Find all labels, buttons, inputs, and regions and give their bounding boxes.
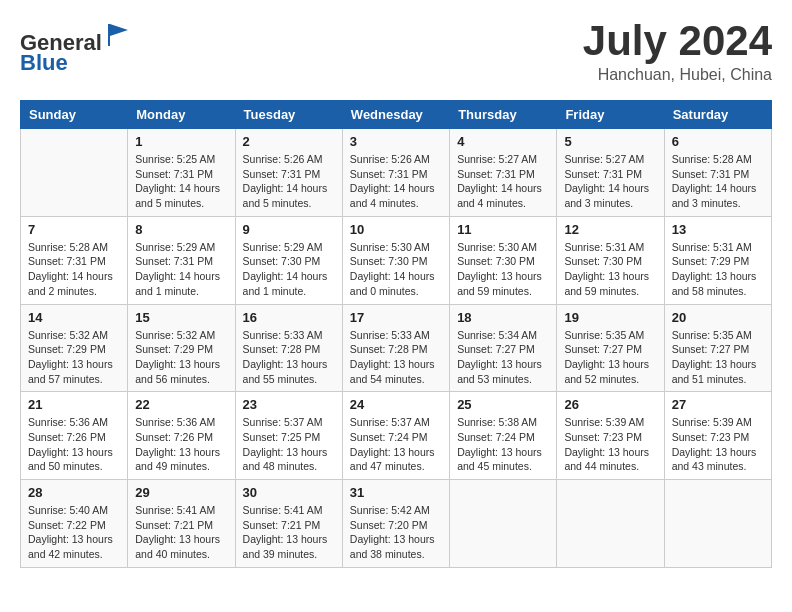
col-header-friday: Friday xyxy=(557,101,664,129)
calendar-cell: 13Sunrise: 5:31 AMSunset: 7:29 PMDayligh… xyxy=(664,216,771,304)
day-info: Sunrise: 5:35 AMSunset: 7:27 PMDaylight:… xyxy=(672,328,764,387)
location-text: Hanchuan, Hubei, China xyxy=(583,66,772,84)
day-info: Sunrise: 5:36 AMSunset: 7:26 PMDaylight:… xyxy=(28,415,120,474)
calendar-cell: 5Sunrise: 5:27 AMSunset: 7:31 PMDaylight… xyxy=(557,129,664,217)
day-number: 3 xyxy=(350,134,442,149)
day-info: Sunrise: 5:26 AMSunset: 7:31 PMDaylight:… xyxy=(350,152,442,211)
calendar-cell xyxy=(450,480,557,568)
calendar-cell: 28Sunrise: 5:40 AMSunset: 7:22 PMDayligh… xyxy=(21,480,128,568)
month-title: July 2024 xyxy=(583,20,772,62)
day-number: 19 xyxy=(564,310,656,325)
day-number: 1 xyxy=(135,134,227,149)
day-number: 9 xyxy=(243,222,335,237)
day-info: Sunrise: 5:29 AMSunset: 7:30 PMDaylight:… xyxy=(243,240,335,299)
calendar-cell: 11Sunrise: 5:30 AMSunset: 7:30 PMDayligh… xyxy=(450,216,557,304)
calendar-cell: 9Sunrise: 5:29 AMSunset: 7:30 PMDaylight… xyxy=(235,216,342,304)
calendar-cell: 7Sunrise: 5:28 AMSunset: 7:31 PMDaylight… xyxy=(21,216,128,304)
day-number: 14 xyxy=(28,310,120,325)
calendar-cell: 24Sunrise: 5:37 AMSunset: 7:24 PMDayligh… xyxy=(342,392,449,480)
calendar-cell: 31Sunrise: 5:42 AMSunset: 7:20 PMDayligh… xyxy=(342,480,449,568)
calendar-cell: 3Sunrise: 5:26 AMSunset: 7:31 PMDaylight… xyxy=(342,129,449,217)
day-number: 29 xyxy=(135,485,227,500)
calendar-cell: 6Sunrise: 5:28 AMSunset: 7:31 PMDaylight… xyxy=(664,129,771,217)
day-info: Sunrise: 5:26 AMSunset: 7:31 PMDaylight:… xyxy=(243,152,335,211)
day-number: 31 xyxy=(350,485,442,500)
calendar-cell: 10Sunrise: 5:30 AMSunset: 7:30 PMDayligh… xyxy=(342,216,449,304)
day-info: Sunrise: 5:31 AMSunset: 7:29 PMDaylight:… xyxy=(672,240,764,299)
day-info: Sunrise: 5:34 AMSunset: 7:27 PMDaylight:… xyxy=(457,328,549,387)
day-number: 17 xyxy=(350,310,442,325)
calendar-table: SundayMondayTuesdayWednesdayThursdayFrid… xyxy=(20,100,772,568)
day-info: Sunrise: 5:27 AMSunset: 7:31 PMDaylight:… xyxy=(564,152,656,211)
day-info: Sunrise: 5:33 AMSunset: 7:28 PMDaylight:… xyxy=(243,328,335,387)
calendar-cell xyxy=(557,480,664,568)
calendar-cell: 22Sunrise: 5:36 AMSunset: 7:26 PMDayligh… xyxy=(128,392,235,480)
day-number: 27 xyxy=(672,397,764,412)
day-number: 22 xyxy=(135,397,227,412)
col-header-tuesday: Tuesday xyxy=(235,101,342,129)
day-info: Sunrise: 5:35 AMSunset: 7:27 PMDaylight:… xyxy=(564,328,656,387)
calendar-cell: 20Sunrise: 5:35 AMSunset: 7:27 PMDayligh… xyxy=(664,304,771,392)
calendar-body: 1Sunrise: 5:25 AMSunset: 7:31 PMDaylight… xyxy=(21,129,772,568)
calendar-cell: 16Sunrise: 5:33 AMSunset: 7:28 PMDayligh… xyxy=(235,304,342,392)
day-info: Sunrise: 5:37 AMSunset: 7:24 PMDaylight:… xyxy=(350,415,442,474)
day-info: Sunrise: 5:31 AMSunset: 7:30 PMDaylight:… xyxy=(564,240,656,299)
day-info: Sunrise: 5:27 AMSunset: 7:31 PMDaylight:… xyxy=(457,152,549,211)
day-info: Sunrise: 5:30 AMSunset: 7:30 PMDaylight:… xyxy=(350,240,442,299)
day-number: 13 xyxy=(672,222,764,237)
day-number: 7 xyxy=(28,222,120,237)
day-number: 15 xyxy=(135,310,227,325)
col-header-thursday: Thursday xyxy=(450,101,557,129)
day-number: 24 xyxy=(350,397,442,412)
calendar-cell xyxy=(21,129,128,217)
day-info: Sunrise: 5:30 AMSunset: 7:30 PMDaylight:… xyxy=(457,240,549,299)
calendar-cell: 17Sunrise: 5:33 AMSunset: 7:28 PMDayligh… xyxy=(342,304,449,392)
day-number: 20 xyxy=(672,310,764,325)
day-info: Sunrise: 5:41 AMSunset: 7:21 PMDaylight:… xyxy=(135,503,227,562)
day-info: Sunrise: 5:40 AMSunset: 7:22 PMDaylight:… xyxy=(28,503,120,562)
day-info: Sunrise: 5:39 AMSunset: 7:23 PMDaylight:… xyxy=(564,415,656,474)
day-number: 5 xyxy=(564,134,656,149)
day-info: Sunrise: 5:37 AMSunset: 7:25 PMDaylight:… xyxy=(243,415,335,474)
day-number: 6 xyxy=(672,134,764,149)
day-info: Sunrise: 5:41 AMSunset: 7:21 PMDaylight:… xyxy=(243,503,335,562)
calendar-cell: 30Sunrise: 5:41 AMSunset: 7:21 PMDayligh… xyxy=(235,480,342,568)
day-number: 18 xyxy=(457,310,549,325)
col-header-wednesday: Wednesday xyxy=(342,101,449,129)
day-number: 23 xyxy=(243,397,335,412)
title-block: July 2024 Hanchuan, Hubei, China xyxy=(583,20,772,84)
calendar-cell: 4Sunrise: 5:27 AMSunset: 7:31 PMDaylight… xyxy=(450,129,557,217)
calendar-cell: 2Sunrise: 5:26 AMSunset: 7:31 PMDaylight… xyxy=(235,129,342,217)
calendar-cell: 19Sunrise: 5:35 AMSunset: 7:27 PMDayligh… xyxy=(557,304,664,392)
day-info: Sunrise: 5:38 AMSunset: 7:24 PMDaylight:… xyxy=(457,415,549,474)
day-info: Sunrise: 5:25 AMSunset: 7:31 PMDaylight:… xyxy=(135,152,227,211)
day-number: 2 xyxy=(243,134,335,149)
calendar-cell: 27Sunrise: 5:39 AMSunset: 7:23 PMDayligh… xyxy=(664,392,771,480)
day-number: 12 xyxy=(564,222,656,237)
calendar-cell: 29Sunrise: 5:41 AMSunset: 7:21 PMDayligh… xyxy=(128,480,235,568)
day-info: Sunrise: 5:36 AMSunset: 7:26 PMDaylight:… xyxy=(135,415,227,474)
day-info: Sunrise: 5:28 AMSunset: 7:31 PMDaylight:… xyxy=(28,240,120,299)
svg-marker-0 xyxy=(108,24,128,46)
day-info: Sunrise: 5:32 AMSunset: 7:29 PMDaylight:… xyxy=(28,328,120,387)
calendar-cell xyxy=(664,480,771,568)
day-number: 4 xyxy=(457,134,549,149)
calendar-cell: 15Sunrise: 5:32 AMSunset: 7:29 PMDayligh… xyxy=(128,304,235,392)
page-header: General Blue July 2024 Hanchuan, Hubei, … xyxy=(20,20,772,84)
day-info: Sunrise: 5:28 AMSunset: 7:31 PMDaylight:… xyxy=(672,152,764,211)
calendar-cell: 25Sunrise: 5:38 AMSunset: 7:24 PMDayligh… xyxy=(450,392,557,480)
day-info: Sunrise: 5:39 AMSunset: 7:23 PMDaylight:… xyxy=(672,415,764,474)
calendar-header: SundayMondayTuesdayWednesdayThursdayFrid… xyxy=(21,101,772,129)
day-number: 10 xyxy=(350,222,442,237)
calendar-cell: 18Sunrise: 5:34 AMSunset: 7:27 PMDayligh… xyxy=(450,304,557,392)
day-info: Sunrise: 5:42 AMSunset: 7:20 PMDaylight:… xyxy=(350,503,442,562)
calendar-cell: 8Sunrise: 5:29 AMSunset: 7:31 PMDaylight… xyxy=(128,216,235,304)
day-number: 8 xyxy=(135,222,227,237)
calendar-cell: 21Sunrise: 5:36 AMSunset: 7:26 PMDayligh… xyxy=(21,392,128,480)
calendar-cell: 23Sunrise: 5:37 AMSunset: 7:25 PMDayligh… xyxy=(235,392,342,480)
day-number: 21 xyxy=(28,397,120,412)
col-header-sunday: Sunday xyxy=(21,101,128,129)
calendar-cell: 12Sunrise: 5:31 AMSunset: 7:30 PMDayligh… xyxy=(557,216,664,304)
day-number: 11 xyxy=(457,222,549,237)
logo: General Blue xyxy=(20,20,134,75)
